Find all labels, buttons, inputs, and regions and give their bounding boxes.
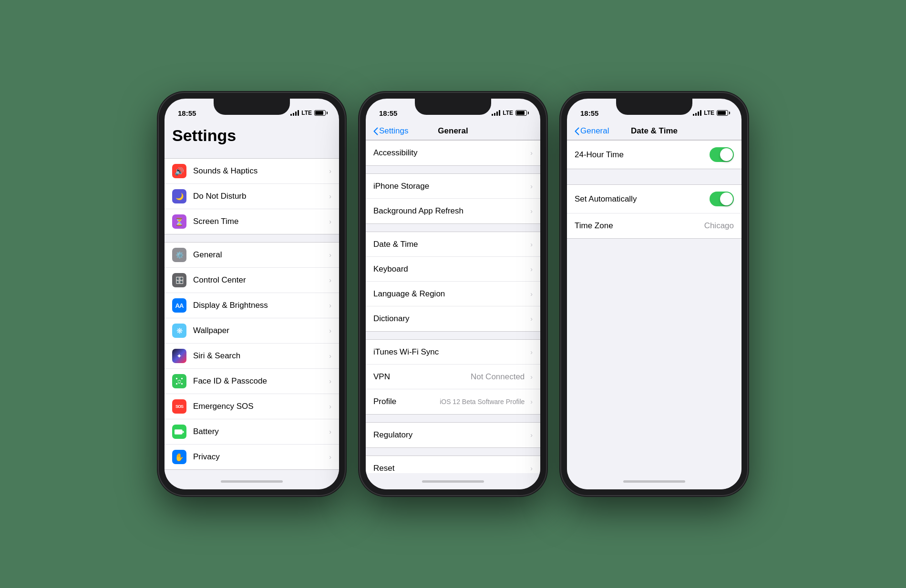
screentime-icon: ⏳ — [172, 214, 186, 229]
chevron-icon: › — [329, 327, 331, 335]
list-item[interactable]: Reset › — [366, 456, 540, 473]
list-item[interactable]: Background App Refresh › — [366, 199, 540, 223]
section-g5: Regulatory › — [366, 422, 540, 448]
dnd-icon: 🌙 — [172, 189, 186, 203]
page-title: Settings — [165, 122, 339, 151]
display-icon: AA — [172, 298, 186, 313]
controlcenter-icon: 🎛️ — [172, 273, 186, 287]
home-indicator — [366, 473, 540, 489]
list-item[interactable]: ⏳ Screen Time › — [165, 209, 339, 234]
signal-icon — [693, 110, 701, 116]
general-label: General — [193, 250, 325, 260]
section-g3: Date & Time › Keyboard › Language & Regi… — [366, 232, 540, 332]
list-item[interactable]: SOS Emergency SOS › — [165, 394, 339, 419]
svg-rect-0 — [176, 378, 177, 379]
list-item[interactable]: Profile iOS 12 Beta Software Profile › — [366, 389, 540, 414]
settings-scroll[interactable]: Settings 🔊 Sounds & Haptics › 🌙 Do Not D… — [165, 122, 339, 473]
profile-value: iOS 12 Beta Software Profile — [440, 398, 525, 406]
list-item[interactable]: Regulatory › — [366, 423, 540, 447]
list-item[interactable]: VPN Not Connected › — [366, 365, 540, 389]
battery-label: Battery — [193, 427, 325, 436]
chevron-icon: › — [530, 290, 533, 298]
sos-icon: SOS — [172, 399, 186, 414]
list-item[interactable]: ✦ Siri & Search › — [165, 344, 339, 369]
battery-row-icon — [172, 425, 186, 439]
chevron-icon: › — [530, 465, 533, 472]
controlcenter-label: Control Center — [193, 275, 325, 285]
notch — [616, 99, 692, 115]
24hour-label: 24-Hour Time — [575, 150, 710, 160]
list-item[interactable]: Set Automatically — [567, 185, 741, 213]
svg-rect-1 — [181, 378, 183, 379]
chevron-icon: › — [329, 377, 331, 385]
chevron-icon: › — [530, 315, 533, 323]
list-item[interactable]: Dictionary › — [366, 306, 540, 331]
section-dt2: Set Automatically Time Zone Chicago — [567, 184, 741, 239]
status-time: 18:55 — [178, 109, 196, 117]
list-item[interactable]: Keyboard › — [366, 257, 540, 282]
list-item[interactable]: ⚙️ General › — [165, 243, 339, 268]
language-label: Language & Region — [373, 289, 526, 299]
list-item[interactable]: 24-Hour Time — [567, 141, 741, 169]
signal-icon — [290, 110, 299, 116]
setauto-toggle[interactable] — [710, 192, 734, 206]
back-button[interactable]: General — [575, 126, 609, 136]
list-item[interactable]: Battery › — [165, 419, 339, 445]
chevron-icon: › — [530, 431, 533, 439]
chevron-icon: › — [530, 265, 533, 273]
reset-label: Reset — [373, 464, 526, 473]
phone-settings: 18:55 LTE Settings 🔊 Sounds & Haptics › — [159, 93, 345, 495]
svg-rect-8 — [183, 431, 184, 433]
dnd-label: Do Not Disturb — [193, 192, 325, 201]
faceid-label: Face ID & Passcode — [193, 376, 325, 386]
wallpaper-label: Wallpaper — [193, 326, 325, 335]
list-item[interactable]: iTunes Wi-Fi Sync › — [366, 340, 540, 365]
iphoneStorage-label: iPhone Storage — [373, 182, 526, 191]
list-item[interactable]: 🎛️ Control Center › — [165, 268, 339, 293]
list-item[interactable]: Accessibility › — [366, 141, 540, 165]
dictionary-label: Dictionary — [373, 314, 526, 324]
list-item[interactable]: Face ID & Passcode › — [165, 369, 339, 394]
list-item[interactable]: Date & Time › — [366, 232, 540, 257]
chevron-icon: › — [329, 302, 331, 309]
regulatory-label: Regulatory — [373, 430, 526, 440]
list-item[interactable]: iPhone Storage › — [366, 174, 540, 199]
back-button[interactable]: Settings — [373, 126, 408, 136]
general-scroll[interactable]: Accessibility › iPhone Storage › Backgro… — [366, 140, 540, 473]
timezone-label: Time Zone — [575, 221, 704, 231]
list-item[interactable]: 🔊 Sounds & Haptics › — [165, 159, 339, 184]
lte-label: LTE — [503, 110, 513, 116]
wallpaper-icon: ❋ — [172, 324, 186, 338]
list-item[interactable]: 🌙 Do Not Disturb › — [165, 184, 339, 209]
sounds-icon: 🔊 — [172, 164, 186, 178]
svg-rect-2 — [176, 383, 177, 385]
24hour-toggle[interactable] — [710, 147, 734, 162]
chevron-icon: › — [329, 276, 331, 284]
privacy-icon: ✋ — [172, 450, 186, 464]
list-item[interactable]: AA Display & Brightness › — [165, 293, 339, 318]
datetime-label: Date & Time — [373, 240, 526, 249]
svg-point-5 — [178, 381, 179, 382]
general-icon: ⚙️ — [172, 248, 186, 262]
chevron-icon: › — [329, 453, 331, 461]
page-title: Date & Time — [631, 126, 678, 136]
datetime-scroll[interactable]: 24-Hour Time Set Automatically Time Zone… — [567, 140, 741, 473]
battery-icon — [515, 110, 527, 116]
timezone-value: Chicago — [704, 221, 734, 231]
list-item[interactable]: Language & Region › — [366, 282, 540, 306]
chevron-icon: › — [329, 167, 331, 175]
lte-label: LTE — [301, 110, 312, 116]
status-icons: LTE — [693, 110, 728, 116]
battery-icon — [314, 110, 326, 116]
chevron-icon: › — [329, 403, 331, 410]
list-item[interactable]: ✋ Privacy › — [165, 445, 339, 469]
chevron-icon: › — [329, 352, 331, 360]
section-dt1: 24-Hour Time — [567, 140, 741, 169]
setauto-label: Set Automatically — [575, 194, 710, 204]
chevron-icon: › — [530, 398, 533, 406]
section-g1: Accessibility › — [366, 140, 540, 166]
chevron-icon: › — [530, 373, 533, 381]
list-item[interactable]: ❋ Wallpaper › — [165, 318, 339, 344]
section-g6: Reset › — [366, 456, 540, 473]
nav-header: General Date & Time — [567, 122, 741, 140]
